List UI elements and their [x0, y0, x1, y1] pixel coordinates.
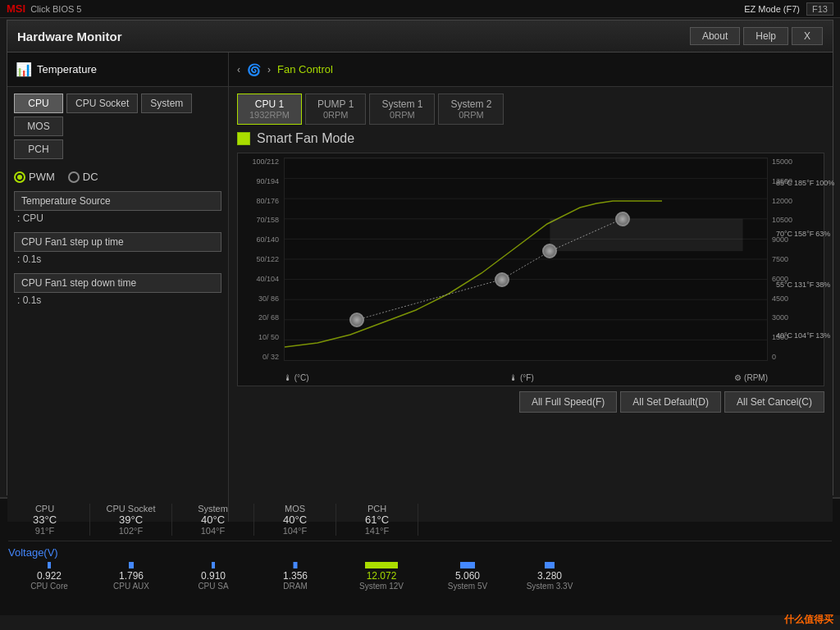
voltage-cpu-core: 0.922 CPU Core — [8, 562, 90, 591]
status-pch-name: PCH — [345, 504, 409, 514]
status-mos-name: MOS — [262, 504, 327, 514]
close-button[interactable]: X — [792, 27, 823, 45]
fan-tab-cpu1-rpm: 1932RPM — [249, 110, 290, 120]
fan-tab-system1[interactable]: System 1 0RPM — [369, 94, 435, 125]
ez-mode-label: EZ Mode (F7) — [744, 4, 800, 14]
svg-rect-13 — [550, 219, 742, 251]
t3-pct: 38% — [815, 281, 830, 289]
fan-icon: 🌀 — [247, 63, 261, 76]
fan1-step-down-button[interactable]: CPU Fan1 step down time — [14, 273, 221, 293]
all-set-cancel-button[interactable]: All Set Cancel(C) — [724, 391, 824, 413]
status-cpu-f: 91°F — [8, 526, 81, 536]
chart-label-1: 90/194 — [240, 177, 282, 185]
temperature-source-button[interactable]: Temperature Source — [14, 191, 221, 211]
voltage-dram: 1.356 DRAM — [254, 562, 336, 591]
fan-tab-cpu1[interactable]: CPU 1 1932RPM — [237, 94, 302, 125]
sensor-cpu-socket-button[interactable]: CPU Socket — [66, 94, 138, 113]
voltage-system33v: 3.280 System 3.3V — [509, 562, 591, 591]
chart-label-3: 70/158 — [240, 216, 282, 224]
voltage-cpu-aux-name: CPU AUX — [90, 582, 172, 591]
chart-label-2: 80/176 — [240, 197, 282, 205]
help-button[interactable]: Help — [743, 27, 788, 45]
status-cpu-socket: CPU Socket 39°C 102°F — [90, 504, 172, 536]
slider-handle-2[interactable] — [495, 272, 509, 287]
slider-handle-1[interactable] — [349, 313, 364, 327]
temperature-tab-label: Temperature — [37, 63, 97, 75]
fan-control-tab-header[interactable]: ‹ 🌀 › Fan Control — [229, 52, 833, 86]
about-button[interactable]: About — [690, 27, 740, 45]
status-cpu-c: 33°C — [8, 514, 81, 526]
sensor-mos-button[interactable]: MOS — [14, 116, 63, 136]
voltage-cpu-core-bar — [48, 562, 51, 568]
sensor-buttons-row2: PCH — [14, 139, 221, 159]
chart-label-0: 100/212 — [240, 158, 282, 166]
voltage-system5v-name: System 5V — [427, 582, 509, 591]
pwm-radio-dot[interactable] — [14, 171, 25, 183]
status-pch-f: 141°F — [345, 526, 409, 536]
chart-label-8: 20/ 68 — [240, 313, 282, 322]
left-panel: CPU CPU Socket System MOS PCH PWM DC — [7, 87, 229, 522]
voltage-label: Voltage(V) — [8, 546, 832, 559]
temp-thresholds: 85°C 185°F 100% 70°C 158°F 63% 55°C 131°… — [774, 158, 824, 361]
dc-radio-label[interactable]: DC — [68, 171, 98, 183]
chart-bottom-axis: 🌡 (°C) 🌡 (°F) ⚙ (RPM) — [284, 373, 768, 382]
sensor-system-button[interactable]: System — [141, 94, 192, 113]
voltage-cpu-core-bar-container — [8, 562, 90, 568]
voltage-system5v-bar — [460, 562, 475, 568]
status-system-f: 104°F — [180, 526, 245, 536]
dc-label: DC — [83, 171, 98, 183]
fan-tab-pump1[interactable]: PUMP 1 0RPM — [305, 94, 366, 125]
arrow-left-icon: ‹ — [237, 64, 240, 75]
t4-c: 40°C — [776, 331, 792, 340]
bottom-buttons: All Full Speed(F) All Set Default(D) All… — [237, 391, 824, 413]
f13-button[interactable]: F13 — [806, 2, 833, 16]
fan1-step-up-button[interactable]: CPU Fan1 step up time — [14, 232, 221, 252]
status-cpu-socket-name: CPU Socket — [98, 504, 163, 514]
watermark: 什么值得买 — [784, 613, 833, 627]
smart-fan-label: Smart Fan Mode — [257, 131, 354, 146]
voltage-system12v-name: System 12V — [336, 582, 427, 591]
all-full-speed-button[interactable]: All Full Speed(F) — [519, 391, 617, 413]
status-mos: MOS 40°C 104°F — [254, 504, 336, 536]
t2-c: 70°C — [776, 230, 792, 238]
voltage-cpu-aux: 1.796 CPU AUX — [90, 562, 172, 591]
sensor-pch-button[interactable]: PCH — [14, 139, 63, 159]
voltage-cpu-sa-bar-container — [172, 562, 254, 568]
t1-pct: 100% — [815, 179, 834, 187]
sensor-cpu-button[interactable]: CPU — [14, 94, 63, 113]
status-cpu-socket-c: 39°C — [98, 514, 163, 526]
chart-bottom-rpm: ⚙ (RPM) — [734, 373, 768, 382]
fan-tab-pump1-rpm: 0RPM — [317, 110, 354, 120]
fan-tab-pump1-name: PUMP 1 — [317, 98, 354, 110]
slider-handle-4[interactable] — [615, 212, 630, 226]
status-pch-c: 61°C — [345, 514, 409, 526]
voltage-system33v-val: 3.280 — [509, 570, 591, 582]
dc-radio-dot[interactable] — [68, 171, 80, 183]
voltage-cpu-sa: 0.910 CPU SA — [172, 562, 254, 591]
fan1-step-down-value: : 0.1s — [14, 294, 221, 306]
chart-label-7: 30/ 86 — [240, 294, 282, 303]
status-mos-f: 104°F — [262, 526, 327, 536]
t1-c: 85°C — [776, 179, 792, 187]
chart-bottom-fahrenheit: 🌡 (°F) — [509, 373, 534, 382]
temperature-tab-header[interactable]: 📊 Temperature — [7, 52, 229, 86]
fan-tab-system2[interactable]: System 2 0RPM — [438, 94, 504, 125]
voltage-system33v-bar-container — [509, 562, 591, 568]
chart-label-4: 60/140 — [240, 235, 282, 244]
t1-f: 185°F — [794, 179, 814, 187]
slider-handle-3[interactable] — [542, 244, 557, 258]
voltage-cpu-sa-name: CPU SA — [172, 582, 254, 591]
pwm-radio-label[interactable]: PWM — [14, 171, 55, 183]
all-set-default-button[interactable]: All Set Default(D) — [620, 391, 721, 413]
status-cpu-name: CPU — [8, 504, 81, 514]
voltage-system5v-val: 5.060 — [427, 570, 509, 582]
voltage-row: 0.922 CPU Core 1.796 CPU AUX 0.910 CPU S… — [8, 562, 832, 591]
chart-left-labels: 100/212 90/194 80/176 70/158 60/140 50/1… — [240, 158, 282, 361]
chart-label-6: 40/104 — [240, 275, 282, 283]
voltage-cpu-sa-bar — [212, 562, 215, 568]
hardware-monitor-window: Hardware Monitor About Help X 📊 Temperat… — [7, 20, 833, 495]
smart-fan-checkbox[interactable] — [237, 132, 250, 145]
status-cpu-socket-f: 102°F — [98, 526, 163, 536]
status-mos-c: 40°C — [262, 514, 327, 526]
voltage-system12v-val: 12.072 — [336, 570, 427, 582]
